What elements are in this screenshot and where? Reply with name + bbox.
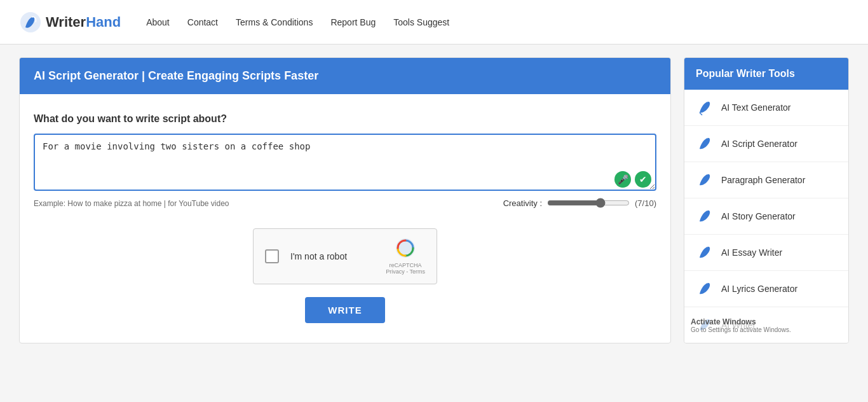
textarea-wrapper: For a movie involving two sisters on a c… <box>34 134 656 193</box>
creativity-label: Creativity : <box>503 198 542 208</box>
nav-contact[interactable]: Contact <box>187 17 218 27</box>
feather-icon-5 <box>696 280 714 298</box>
creativity-control: Creativity : (7/10) <box>503 198 656 208</box>
sidebar-item-essay-writer[interactable]: AI Essay Writer <box>684 235 848 271</box>
creativity-value: (7/10) <box>635 198 656 208</box>
header: WriterHand About Contact Terms & Conditi… <box>0 0 868 45</box>
sidebar-item-script-generator[interactable]: AI Script Generator <box>684 126 848 162</box>
recaptcha-icon <box>395 238 416 258</box>
creativity-slider[interactable] <box>547 198 630 208</box>
recaptcha-logo: reCAPTCHA Privacy - Terms <box>386 238 425 275</box>
sidebar-label-2: Paragraph Generator <box>721 175 805 185</box>
page-title: AI Script Generator | Create Engaging Sc… <box>34 69 318 82</box>
hint-text: Example: How to make pizza at home | for… <box>34 198 229 209</box>
script-textarea[interactable]: For a movie involving two sisters on a c… <box>34 134 656 191</box>
captcha-label: I'm not a robot <box>290 251 347 261</box>
recaptcha-brand: reCAPTCHA <box>386 262 425 268</box>
feather-icon-6 <box>696 316 714 334</box>
svg-line-2 <box>700 113 702 115</box>
prompt-label: What do you want to write script about? <box>34 113 656 125</box>
hint-and-creativity: Example: How to make pizza at home | for… <box>34 198 656 209</box>
logo-link[interactable]: WriterHand <box>19 11 121 34</box>
sidebar-label-0: AI Text Generator <box>721 102 790 113</box>
content-area: AI Script Generator | Create Engaging Sc… <box>19 57 671 343</box>
feather-icon-3 <box>696 207 714 225</box>
sidebar-label-6: AI Writer <box>721 320 756 330</box>
sidebar-header: Popular Writer Tools <box>684 58 848 90</box>
sidebar-label-5: AI Lyrics Generator <box>721 284 797 294</box>
logo-icon <box>19 11 42 34</box>
sidebar-item-story-generator[interactable]: AI Story Generator <box>684 198 848 235</box>
sidebar-label-1: AI Script Generator <box>721 139 797 149</box>
captcha-checkbox[interactable] <box>265 249 279 263</box>
content-header: AI Script Generator | Create Engaging Sc… <box>20 58 670 94</box>
sidebar-item-lyrics-generator[interactable]: AI Lyrics Generator <box>684 271 848 307</box>
recaptcha-logo-text <box>386 238 425 262</box>
sidebar-item-ai-writer[interactable]: AI Writer Activate Windows Go to Setting… <box>684 307 848 343</box>
feather-icon-0 <box>696 99 714 116</box>
logo-text: WriterHand <box>46 14 121 31</box>
check-button[interactable]: ✔ <box>635 171 651 188</box>
mic-button[interactable]: 🎤 <box>614 171 631 188</box>
captcha-box: I'm not a robot reCAPTCHA <box>253 228 437 284</box>
sidebar: Popular Writer Tools AI Text Generator A… <box>684 57 849 343</box>
feather-icon-4 <box>696 244 714 261</box>
main-layout: AI Script Generator | Create Engaging Sc… <box>0 45 868 356</box>
sidebar-label-3: AI Story Generator <box>721 211 796 221</box>
feather-icon-1 <box>696 135 714 153</box>
nav-terms[interactable]: Terms & Conditions <box>236 17 313 27</box>
sidebar-label-4: AI Essay Writer <box>721 247 782 258</box>
main-nav: About Contact Terms & Conditions Report … <box>146 17 449 27</box>
textarea-icons: 🎤 ✔ <box>614 171 651 188</box>
sidebar-item-paragraph-generator[interactable]: Paragraph Generator <box>684 162 848 198</box>
captcha-area: I'm not a robot reCAPTCHA <box>34 228 656 284</box>
sidebar-item-text-generator[interactable]: AI Text Generator <box>684 90 848 126</box>
nav-about[interactable]: About <box>146 17 170 27</box>
nav-report-bug[interactable]: Report Bug <box>330 17 376 27</box>
feather-icon-2 <box>696 171 714 189</box>
write-btn-area: WRITE <box>34 297 656 323</box>
write-button[interactable]: WRITE <box>305 297 384 323</box>
recaptcha-links: Privacy - Terms <box>386 268 425 275</box>
content-body: What do you want to write script about? … <box>20 94 670 342</box>
nav-tools-suggest[interactable]: Tools Suggest <box>393 17 449 27</box>
